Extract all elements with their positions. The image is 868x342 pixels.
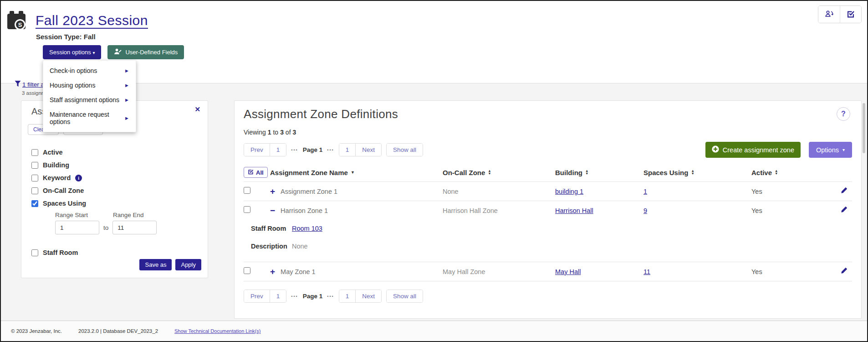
footer: © 2023 Jenzabar, Inc. 2023.2.0 | Databas… (1, 321, 867, 341)
expand-icon[interactable]: + (270, 187, 275, 196)
user-switch-button[interactable] (818, 6, 840, 23)
create-assignment-zone-label: Create assignment zone (723, 146, 794, 154)
menu-item-staff-assignment-options[interactable]: Staff assignment options ► (43, 93, 136, 107)
collapse-icon[interactable]: − (270, 206, 275, 215)
column-header-building[interactable]: Building ▲▼ (555, 169, 643, 176)
menu-item-housing-options[interactable]: Housing options ► (43, 78, 136, 93)
session-options-button[interactable]: Session options ▾ (43, 45, 101, 59)
page-1-button[interactable]: 1 (339, 144, 356, 156)
chevron-right-icon: ► (124, 115, 129, 121)
close-icon[interactable]: ✕ (194, 105, 200, 114)
staff-room-label: Staff Room (43, 249, 78, 256)
spaces-using-checkbox[interactable] (31, 200, 38, 207)
expand-icon[interactable]: + (270, 267, 275, 276)
prev-page-button[interactable]: Prev (244, 290, 270, 302)
page-title-link[interactable]: Fall 2023 Session (36, 13, 148, 28)
info-icon[interactable]: i (75, 175, 82, 181)
range-start-label: Range Start (55, 212, 113, 218)
edit-pencil-icon[interactable] (841, 187, 848, 195)
viewing-of-word: of (286, 129, 291, 136)
table-row: + May Zone 1 May Hall Zone May Hall 11 Y… (244, 262, 852, 281)
check-square-icon (847, 10, 855, 19)
logo-letter: S (15, 19, 26, 30)
viewing-status: Viewing1 to3 of3 (244, 129, 852, 136)
technical-documentation-link[interactable]: Show Technical Documentation Link(s) (174, 328, 260, 334)
page-1-button[interactable]: 1 (270, 144, 286, 156)
next-page-button[interactable]: Next (355, 144, 381, 156)
select-all-label: All (256, 169, 264, 176)
staff-room-checkbox[interactable] (31, 249, 38, 256)
menu-item-label: Staff assignment options (50, 96, 119, 104)
filter-row-spaces: Spaces Using (31, 197, 201, 210)
description-value: None (292, 243, 852, 250)
filter-row-active: Active (31, 146, 201, 159)
building-checkbox[interactable] (31, 162, 38, 169)
user-defined-fields-label: User-Defined Fields (125, 49, 178, 56)
menu-item-maintenance-request-options[interactable]: Maintenance request options ► (43, 107, 136, 129)
sort-icon: ▲▼ (488, 170, 491, 175)
spaces-using-link[interactable]: 11 (643, 268, 650, 275)
menu-item-check-in-options[interactable]: Check-in options ► (43, 63, 136, 78)
current-page-label: Page 1 (303, 293, 323, 300)
sort-icon: ▲▼ (585, 170, 588, 175)
apply-button[interactable]: Apply (175, 259, 201, 270)
create-assignment-zone-button[interactable]: Create assignment zone (705, 142, 801, 158)
table-row: + Assignment Zone 1 None building 1 1 Ye… (244, 181, 852, 201)
range-end-input[interactable] (112, 221, 157, 234)
check-square-icon (248, 169, 254, 176)
building-link[interactable]: Harrison Hall (555, 207, 593, 214)
column-header-assignment-zone-name[interactable]: Assignment Zone Name ▼ (270, 169, 443, 176)
on-call-zone-checkbox[interactable] (31, 187, 38, 194)
prev-page-button[interactable]: Prev (244, 144, 270, 156)
edit-pencil-icon[interactable] (841, 206, 848, 214)
select-all-button[interactable]: All (244, 167, 268, 178)
zone-name: Harrison Zone 1 (281, 207, 328, 214)
next-page-button[interactable]: Next (355, 290, 381, 302)
edit-pencil-icon[interactable] (841, 267, 848, 275)
building-link[interactable]: May Hall (555, 268, 581, 275)
range-end-label: Range End (113, 212, 144, 218)
task-check-button[interactable] (840, 6, 861, 23)
column-header-active[interactable]: Active ▲▼ (751, 169, 826, 176)
row-checkbox[interactable] (244, 267, 250, 274)
staff-room-link[interactable]: Room 103 (292, 225, 322, 232)
column-header-spaces-using[interactable]: Spaces Using ▲▼ (643, 169, 751, 176)
keyword-checkbox[interactable] (31, 175, 38, 181)
options-button[interactable]: Options ▾ (809, 142, 852, 158)
active-checkbox[interactable] (31, 149, 38, 156)
scrollbar-thumb[interactable] (863, 103, 865, 153)
row-checkbox[interactable] (244, 187, 250, 194)
column-header-on-call-zone[interactable]: On-Call Zone ▲▼ (443, 169, 555, 176)
pagination-top: Prev 1 ••• Page 1 ••• 1 Next Show all (244, 143, 423, 156)
filter-row-oncall: On-Call Zone (31, 184, 201, 197)
viewing-from: 1 (268, 129, 271, 136)
app-logo-calendar-icon: S (7, 11, 29, 31)
pagination-ellipsis: ••• (327, 148, 334, 152)
save-as-button[interactable]: Save as (139, 259, 172, 270)
pagination-bottom: Prev 1 ••• Page 1 ••• 1 Next Show all (244, 290, 852, 303)
page-1-button[interactable]: 1 (270, 290, 286, 302)
range-start-input[interactable] (55, 221, 99, 234)
help-icon[interactable]: ? (837, 107, 850, 121)
filter-row-staffroom: Staff Room (31, 246, 201, 259)
show-all-button[interactable]: Show all (387, 144, 423, 156)
on-call-zone-value: None (443, 188, 555, 195)
user-switch-icon (824, 10, 834, 19)
building-link[interactable]: building 1 (555, 188, 583, 195)
user-defined-fields-button[interactable]: User-Defined Fields (107, 45, 184, 59)
on-call-zone-value: May Hall Zone (443, 268, 555, 275)
active-value: Yes (751, 268, 826, 275)
column-label: Spaces Using (643, 169, 688, 176)
active-label: Active (43, 149, 63, 156)
session-options-menu: Check-in options ► Housing options ► Sta… (43, 60, 136, 132)
sort-icon: ▲▼ (691, 170, 694, 175)
page-1-button[interactable]: 1 (339, 290, 356, 302)
spaces-using-link[interactable]: 9 (643, 207, 647, 214)
show-all-button[interactable]: Show all (387, 290, 423, 302)
column-label: On-Call Zone (443, 169, 485, 176)
session-type-label: Session Type: Fall (36, 33, 96, 41)
row-checkbox[interactable] (244, 206, 250, 213)
description-detail-label: Description (251, 243, 292, 250)
building-label: Building (43, 161, 69, 169)
spaces-using-link[interactable]: 1 (643, 188, 647, 195)
